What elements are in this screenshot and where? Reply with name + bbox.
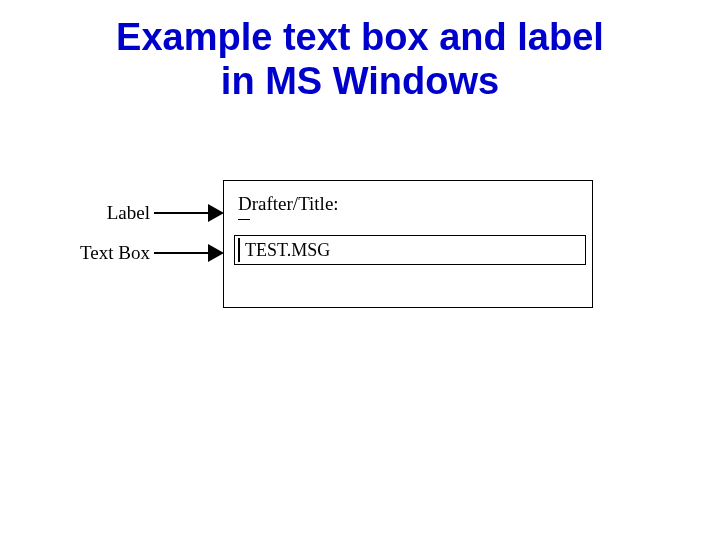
callout-label: Label (96, 202, 150, 224)
field-label: Drafter/Title: (238, 193, 339, 215)
window-panel: Drafter/Title: (223, 180, 593, 308)
slide: Example text box and label in MS Windows… (0, 0, 720, 540)
title-line-2: in MS Windows (221, 60, 499, 102)
drafter-title-input[interactable] (234, 235, 586, 265)
figure: Label Text Box Drafter/Title: (90, 180, 630, 350)
callout-textbox: Text Box (72, 242, 150, 264)
arrow-line (154, 252, 210, 254)
text-caret-icon (238, 238, 240, 262)
arrow-head-icon (208, 204, 224, 222)
label-underline (238, 219, 250, 220)
arrow-to-label (154, 204, 224, 222)
title-line-1: Example text box and label (116, 16, 604, 58)
arrow-to-textbox (154, 244, 224, 262)
slide-title: Example text box and label in MS Windows (0, 16, 720, 103)
arrow-line (154, 212, 210, 214)
arrow-head-icon (208, 244, 224, 262)
